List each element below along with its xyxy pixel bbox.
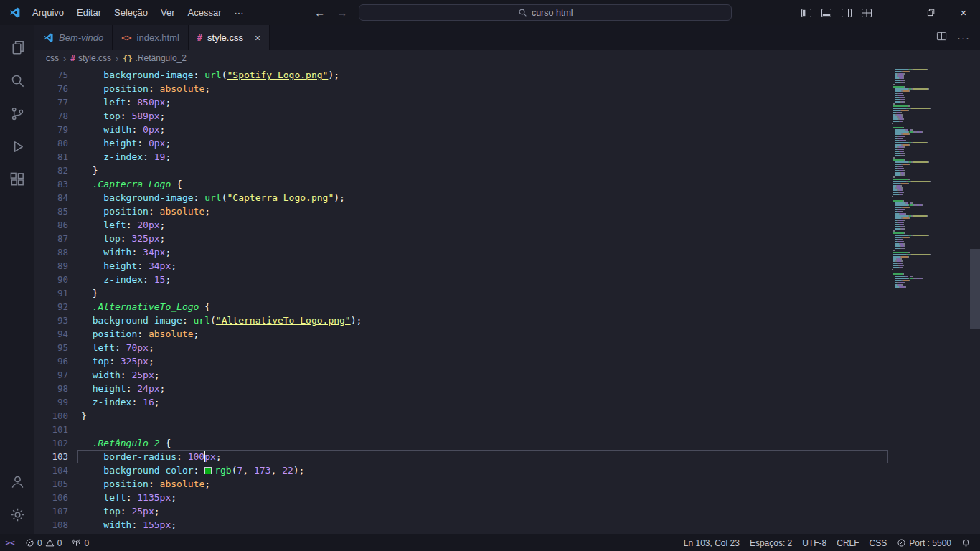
minimap-token: [901, 260, 903, 262]
minimize-button[interactable]: –: [881, 0, 914, 25]
account-icon[interactable]: [0, 465, 34, 498]
code-token: url: [204, 70, 221, 80]
code-line-92[interactable]: 92 .AlternativeTo_Logo {: [34, 300, 888, 314]
code-line-105[interactable]: 105 position: absolute;: [34, 477, 888, 491]
minimap-token: [913, 235, 928, 236]
minimap-token: [895, 228, 900, 230]
menu-ver[interactable]: Ver: [154, 0, 182, 25]
code-line-85[interactable]: 85 position: absolute;: [34, 204, 888, 218]
breadcrumb-item[interactable]: {}.Retângulo_2: [123, 53, 187, 63]
code-line-101[interactable]: 101: [34, 423, 888, 436]
close-button[interactable]: ×: [947, 0, 980, 25]
tab-Bem-vindo[interactable]: Bem-vindo: [34, 25, 113, 50]
breadcrumb-item[interactable]: css: [46, 53, 59, 63]
code-line-82[interactable]: 82 }: [34, 164, 888, 177]
code-token: :: [149, 206, 160, 217]
breadcrumb-item[interactable]: #style.css: [70, 53, 111, 63]
toggle-secondary-sidebar-icon[interactable]: [837, 3, 857, 23]
settings-gear-icon[interactable]: [0, 498, 34, 531]
split-editor-icon[interactable]: [936, 31, 947, 44]
code-line-88[interactable]: 88 width: 34px;: [34, 245, 888, 259]
line-number: 75: [34, 68, 77, 82]
menu-editar[interactable]: Editar: [70, 0, 108, 25]
encoding-status[interactable]: UTF-8: [797, 534, 831, 551]
toggle-panel-icon[interactable]: [816, 3, 837, 23]
code-line-78[interactable]: 78 top: 589px;: [34, 109, 888, 123]
tab-index.html[interactable]: <>index.html: [113, 25, 189, 50]
explorer-icon[interactable]: [0, 31, 34, 64]
minimap-line: [892, 254, 970, 255]
code-line-87[interactable]: 87 top: 325px;: [34, 232, 888, 245]
nav-back-icon[interactable]: ←: [314, 6, 325, 19]
restore-button[interactable]: [914, 0, 947, 25]
eol-status[interactable]: CRLF: [831, 534, 864, 551]
minimap-token: [895, 99, 900, 100]
code-line-77[interactable]: 77 left: 850px;: [34, 95, 888, 109]
code-line-75[interactable]: 75 background-image: url("Spotify Logo.p…: [34, 68, 888, 82]
search-sidebar-icon[interactable]: [0, 64, 34, 97]
live-server-port-status[interactable]: Port : 5500: [892, 534, 956, 551]
notifications-bell-icon[interactable]: [956, 534, 976, 551]
code-line-84[interactable]: 84 background-image: url("Capterra Logo.…: [34, 191, 888, 204]
code-line-95[interactable]: 95 left: 70px;: [34, 341, 888, 354]
code-token: }: [93, 165, 98, 176]
minimap[interactable]: [888, 66, 970, 534]
code-line-99[interactable]: 99 z-index: 16;: [34, 395, 888, 409]
code-token: }: [81, 410, 87, 421]
code-line-90[interactable]: 90 z-index: 15;: [34, 273, 888, 286]
code-line-89[interactable]: 89 height: 34px;: [34, 259, 888, 273]
code-line-93[interactable]: 93 background-image: url("AlternativeTo …: [34, 314, 888, 327]
tab-style.css[interactable]: #style.css×: [189, 25, 270, 50]
code-line-83[interactable]: 83 .Capterra_Logo {: [34, 177, 888, 191]
code-line-103[interactable]: 103 border-radius: 100px;: [34, 450, 888, 463]
remote-indicator-icon[interactable]: ><: [0, 534, 20, 551]
minimap-token: [903, 77, 904, 79]
line-col-status[interactable]: Ln 103, Col 23: [679, 534, 745, 551]
line-code: height: 34px;: [77, 259, 888, 273]
menu-more[interactable]: ···: [228, 0, 250, 25]
ports-status[interactable]: 0: [67, 534, 94, 551]
code-token: .AlternativeTo_Logo: [93, 301, 199, 312]
minimap-token: [895, 164, 901, 165]
language-mode-status[interactable]: CSS: [864, 534, 892, 551]
line-number: 108: [34, 518, 77, 532]
code-line-81[interactable]: 81 z-index: 19;: [34, 150, 888, 164]
code-line-98[interactable]: 98 height: 24px;: [34, 382, 888, 395]
code-line-80[interactable]: 80 height: 0px;: [34, 136, 888, 150]
code-line-97[interactable]: 97 width: 25px;: [34, 368, 888, 382]
menu-acessar[interactable]: Acessar: [182, 0, 228, 25]
code-line-107[interactable]: 107 top: 25px;: [34, 504, 888, 518]
minimap-token: [909, 144, 910, 146]
editor[interactable]: 75 background-image: url("Spotify Logo.p…: [34, 66, 980, 534]
code-line-104[interactable]: 104 background-color: rgb(7, 173, 22);: [34, 463, 888, 477]
code-line-86[interactable]: 86 left: 20px;: [34, 218, 888, 232]
breadcrumb-label: css: [46, 53, 59, 63]
nav-forward-icon[interactable]: →: [336, 6, 347, 19]
code-line-94[interactable]: 94 position: absolute;: [34, 327, 888, 341]
extensions-icon[interactable]: [0, 163, 34, 196]
code-line-108[interactable]: 108 width: 155px;: [34, 518, 888, 532]
menu-seleo[interactable]: Seleção: [108, 0, 154, 25]
code-line-102[interactable]: 102 .Retângulo_2 {: [34, 436, 888, 450]
toggle-sidebar-icon[interactable]: [796, 3, 816, 23]
customize-layout-icon[interactable]: [857, 3, 877, 23]
source-control-icon[interactable]: [0, 97, 34, 130]
minimap-line: [892, 95, 970, 96]
code-line-106[interactable]: 106 left: 1135px;: [34, 491, 888, 504]
code-line-96[interactable]: 96 top: 325px;: [34, 354, 888, 368]
code-line-100[interactable]: 100}: [34, 409, 888, 423]
tab-close-icon[interactable]: ×: [255, 33, 260, 43]
minimap-token: [909, 217, 910, 219]
code-line-91[interactable]: 91 }: [34, 286, 888, 300]
scrollbar-thumb[interactable]: [970, 249, 980, 329]
indentation-status[interactable]: Espaços: 2: [745, 534, 797, 551]
menu-arquivo[interactable]: Arquivo: [26, 0, 70, 25]
code-line-76[interactable]: 76 position: absolute;: [34, 82, 888, 95]
minimap-token: [893, 108, 906, 109]
problems-status[interactable]: 0 0: [20, 534, 67, 551]
more-actions-icon[interactable]: ···: [957, 32, 970, 44]
code-line-79[interactable]: 79 width: 0px;: [34, 123, 888, 136]
minimap-line: [892, 166, 970, 167]
command-center-search[interactable]: curso html: [359, 4, 732, 21]
run-debug-icon[interactable]: [0, 130, 34, 163]
